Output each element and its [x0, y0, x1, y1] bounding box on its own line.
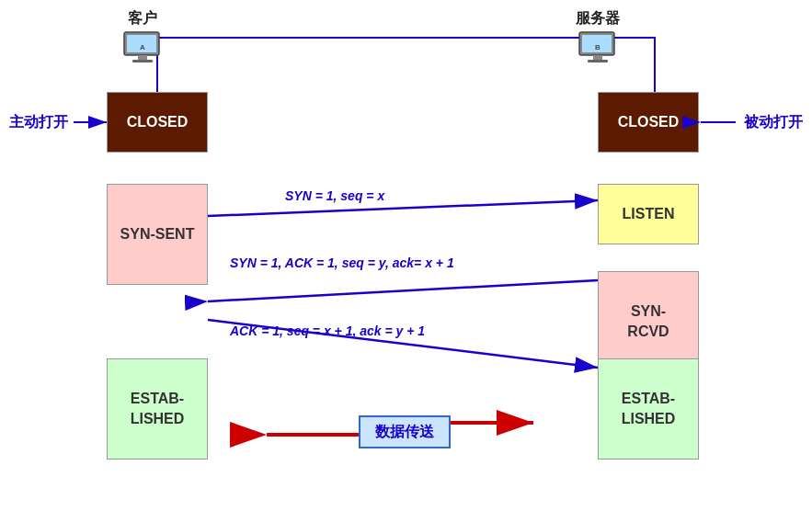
syn-ack-arrow — [208, 280, 598, 301]
msg2-label: SYN = 1, ACK = 1, seq = y, ack= x + 1 — [230, 255, 454, 270]
server-label: 服务器 — [576, 9, 620, 28]
active-open-label: 主动打开 — [9, 113, 68, 132]
svg-rect-2 — [138, 55, 147, 60]
passive-open-label: 被动打开 — [744, 113, 803, 132]
svg-text:B: B — [595, 43, 600, 51]
server-computer-icon: B — [575, 30, 621, 67]
syn-arrow — [208, 200, 598, 216]
estab-client-box: ESTAB- LISHED — [107, 358, 208, 460]
client-computer-icon: A — [120, 30, 166, 67]
client-closed-box: CLOSED — [107, 92, 208, 153]
server-computer: 服务器 B — [575, 9, 621, 67]
syn-rcvd-box: SYN- RCVD — [598, 271, 699, 372]
syn-sent-box: SYN-SENT — [107, 184, 208, 285]
listen-box: LISTEN — [598, 184, 699, 244]
diagram-container: 客户 A 服务器 B CLOSED CLOSED SYN-SENT — [0, 0, 812, 522]
msg3-label: ACK = 1, seq = x + 1, ack = y + 1 — [230, 323, 425, 338]
data-transfer-box: 数据传送 — [359, 415, 451, 448]
server-closed-box: CLOSED — [598, 92, 699, 153]
svg-rect-8 — [588, 60, 608, 62]
msg1-label: SYN = 1, seq = x — [285, 188, 384, 203]
client-label: 客户 — [128, 9, 157, 28]
estab-server-box: ESTAB- LISHED — [598, 358, 699, 460]
client-computer: 客户 A — [120, 9, 166, 67]
svg-rect-3 — [132, 60, 153, 62]
svg-rect-7 — [593, 55, 602, 60]
svg-text:A: A — [140, 43, 145, 51]
